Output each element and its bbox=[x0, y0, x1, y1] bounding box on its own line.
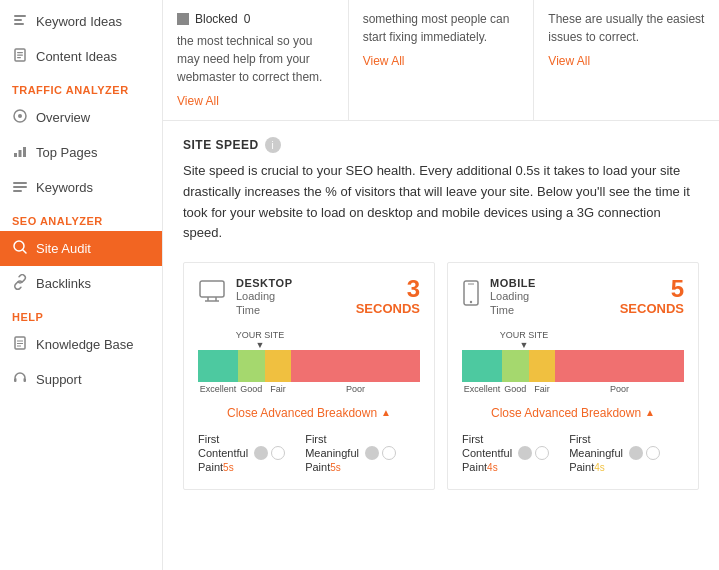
sidebar-item-overview-label: Overview bbox=[36, 110, 90, 125]
svg-rect-10 bbox=[19, 150, 22, 157]
svg-rect-11 bbox=[23, 147, 26, 157]
sidebar-item-support[interactable]: Support bbox=[0, 362, 162, 397]
mobile-fmp-label: FirstMeaningfulPaint4s bbox=[569, 432, 623, 475]
sidebar-item-keywords[interactable]: Keywords bbox=[0, 170, 162, 205]
sidebar-item-content-ideas[interactable]: Content Ideas bbox=[0, 39, 162, 74]
mobile-arrow-down: ▼ bbox=[520, 340, 529, 350]
sidebar-item-knowledge-base[interactable]: Knowledge Base bbox=[0, 327, 162, 362]
sidebar-item-top-pages[interactable]: Top Pages bbox=[0, 135, 162, 170]
desktop-fcp-icons bbox=[254, 446, 285, 460]
desktop-bar-label-poor: Poor bbox=[291, 384, 420, 394]
top-card-blocked: Blocked 0 the most technical so you may … bbox=[163, 0, 349, 120]
main-content: Blocked 0 the most technical so you may … bbox=[163, 0, 719, 570]
mobile-fcp-icons bbox=[518, 446, 549, 460]
mobile-seconds: 5 bbox=[671, 275, 684, 302]
support-icon bbox=[12, 370, 28, 389]
svg-rect-14 bbox=[13, 190, 22, 192]
overview-icon bbox=[12, 108, 28, 127]
top-card-2-view-all[interactable]: View All bbox=[548, 52, 705, 70]
svg-point-28 bbox=[470, 301, 472, 303]
info-icon[interactable]: i bbox=[265, 137, 281, 153]
sidebar-item-backlinks[interactable]: Backlinks bbox=[0, 266, 162, 301]
desktop-seconds-unit: SECONDS bbox=[356, 301, 420, 316]
keyword-ideas-icon bbox=[12, 12, 28, 31]
sidebar-item-overview[interactable]: Overview bbox=[0, 100, 162, 135]
mobile-fmp-icon-2 bbox=[646, 446, 660, 460]
desktop-icon bbox=[198, 279, 226, 309]
sidebar-section-help: HELP bbox=[0, 301, 162, 327]
svg-rect-1 bbox=[14, 19, 22, 21]
desktop-bar-label-excellent: Excellent bbox=[198, 384, 238, 394]
mobile-bar-label-good: Good bbox=[502, 384, 529, 394]
svg-rect-2 bbox=[14, 23, 24, 25]
speed-cards: DESKTOP Loading Time 3 SECONDS bbox=[183, 262, 699, 489]
mobile-fcp-label: FirstContentfulPaint4s bbox=[462, 432, 512, 475]
top-card-1-view-all[interactable]: View All bbox=[363, 52, 520, 70]
mobile-bar bbox=[462, 350, 684, 382]
sidebar-item-site-audit[interactable]: Site Audit bbox=[0, 231, 162, 266]
mobile-fcp-icon-1 bbox=[518, 446, 532, 460]
mobile-fmp-icon-1 bbox=[629, 446, 643, 460]
sidebar-section-traffic: TRAFFIC ANALYZER bbox=[0, 74, 162, 100]
svg-rect-13 bbox=[13, 186, 27, 188]
site-speed-description: Site speed is crucial to your SEO health… bbox=[183, 161, 699, 244]
sidebar-item-backlinks-label: Backlinks bbox=[36, 276, 91, 291]
desktop-close-advanced[interactable]: Close Advanced Breakdown ▲ bbox=[198, 398, 420, 424]
desktop-fcp-label: FirstContentfulPaint5s bbox=[198, 432, 248, 475]
svg-point-8 bbox=[18, 114, 22, 118]
sidebar: Keyword Ideas Content Ideas TRAFFIC ANAL… bbox=[0, 0, 163, 570]
mobile-bar-label-fair: Fair bbox=[529, 384, 556, 394]
desktop-metric-fcp: FirstContentfulPaint5s bbox=[198, 432, 285, 475]
mobile-info: MOBILE Loading Time bbox=[490, 277, 536, 318]
sidebar-item-keyword-ideas-label: Keyword Ideas bbox=[36, 14, 122, 29]
desktop-chevron-up-icon: ▲ bbox=[381, 407, 391, 418]
site-audit-icon bbox=[12, 239, 28, 258]
mobile-close-label: Close Advanced Breakdown bbox=[491, 406, 641, 420]
desktop-metric-fmp: FirstMeaningfulPaint5s bbox=[305, 432, 396, 475]
sidebar-item-site-audit-label: Site Audit bbox=[36, 241, 91, 256]
svg-rect-9 bbox=[14, 153, 17, 157]
sidebar-section-seo: SEO ANALYZER bbox=[0, 205, 162, 231]
desktop-bar-label-good: Good bbox=[238, 384, 265, 394]
site-speed-section: SITE SPEED i Site speed is crucial to yo… bbox=[163, 121, 719, 506]
speed-card-mobile: MOBILE Loading Time 5 SECONDS bbox=[447, 262, 699, 489]
blocked-label: Blocked bbox=[195, 10, 238, 28]
desktop-info: DESKTOP Loading Time bbox=[236, 277, 292, 318]
desktop-fmp-label: FirstMeaningfulPaint5s bbox=[305, 432, 359, 475]
mobile-your-site-label: YOUR SITE bbox=[500, 330, 549, 340]
mobile-card-header: MOBILE Loading Time 5 SECONDS bbox=[462, 277, 684, 318]
svg-rect-21 bbox=[14, 378, 17, 382]
mobile-seconds-unit: SECONDS bbox=[620, 301, 684, 316]
desktop-close-label: Close Advanced Breakdown bbox=[227, 406, 377, 420]
desktop-fmp-icons bbox=[365, 446, 396, 460]
mobile-bar-label-excellent: Excellent bbox=[462, 384, 502, 394]
desktop-card-header: DESKTOP Loading Time 3 SECONDS bbox=[198, 277, 420, 318]
site-speed-title: SITE SPEED bbox=[183, 138, 259, 152]
top-cards-row: Blocked 0 the most technical so you may … bbox=[163, 0, 719, 121]
desktop-type: DESKTOP bbox=[236, 277, 292, 289]
top-card-0-desc: the most technical so you may need help … bbox=[177, 34, 322, 84]
backlinks-icon bbox=[12, 274, 28, 293]
desktop-bar-label-fair: Fair bbox=[265, 384, 292, 394]
blocked-count: 0 bbox=[244, 10, 251, 28]
top-card-2: These are usually the easiest issues to … bbox=[534, 0, 719, 120]
svg-rect-22 bbox=[24, 378, 27, 382]
sidebar-item-support-label: Support bbox=[36, 372, 82, 387]
svg-rect-0 bbox=[14, 15, 26, 17]
mobile-metric-fmp: FirstMeaningfulPaint4s bbox=[569, 432, 660, 475]
sidebar-item-content-ideas-label: Content Ideas bbox=[36, 49, 117, 64]
sidebar-item-top-pages-label: Top Pages bbox=[36, 145, 97, 160]
svg-rect-6 bbox=[17, 57, 21, 58]
top-card-1: something most people can start fixing i… bbox=[349, 0, 535, 120]
top-card-0-view-all[interactable]: View All bbox=[177, 92, 334, 110]
sidebar-item-keyword-ideas[interactable]: Keyword Ideas bbox=[0, 4, 162, 39]
desktop-your-site-label: YOUR SITE bbox=[236, 330, 285, 340]
mobile-metrics-row: FirstContentfulPaint4s FirstMeaningfulPa… bbox=[462, 424, 684, 475]
mobile-speed-value: 5 SECONDS bbox=[620, 277, 684, 316]
mobile-close-advanced[interactable]: Close Advanced Breakdown ▲ bbox=[462, 398, 684, 424]
keywords-icon bbox=[12, 178, 28, 197]
mobile-fmp-icons bbox=[629, 446, 660, 460]
mobile-loading: Loading Time bbox=[490, 289, 536, 318]
knowledge-base-icon bbox=[12, 335, 28, 354]
mobile-fcp-icon-2 bbox=[535, 446, 549, 460]
